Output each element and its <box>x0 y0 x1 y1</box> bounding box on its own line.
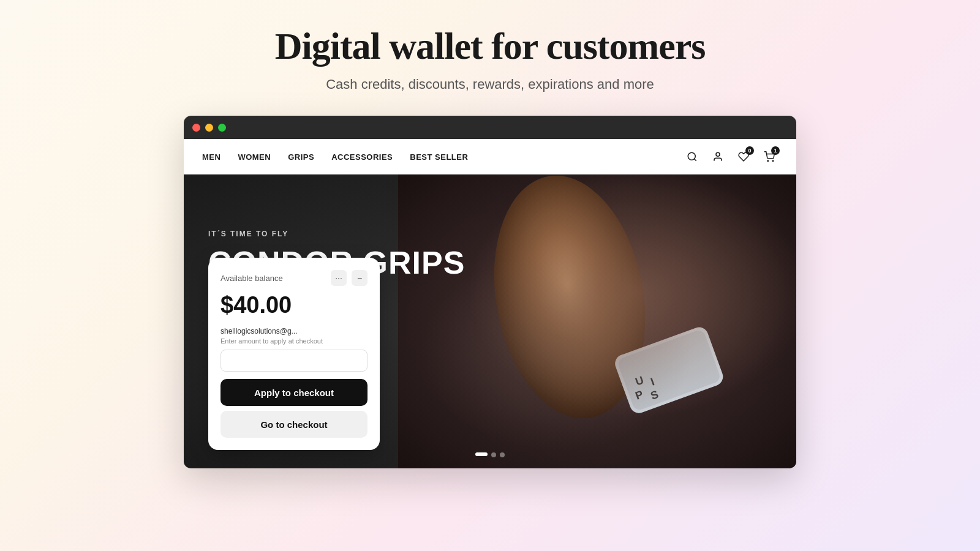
wallet-balance: $40.00 <box>221 292 368 318</box>
nav-item-grips[interactable]: GRIPS <box>288 151 314 162</box>
apply-to-checkout-button[interactable]: Apply to checkout <box>221 379 368 406</box>
wallet-header-actions: ··· − <box>331 270 368 286</box>
traffic-light-green[interactable] <box>218 124 226 132</box>
wallet-email: shelllogicsolutions@g... <box>221 327 368 335</box>
svg-point-1 <box>716 152 720 156</box>
cart-button[interactable]: 1 <box>761 148 778 165</box>
nav-item-best-seller[interactable]: BEST SELLER <box>410 151 468 162</box>
hero-section: U I P S IT´S TIME TO FLY CONDOR GRIPS Av… <box>184 174 796 468</box>
carousel-dots <box>475 452 505 457</box>
wallet-more-button[interactable]: ··· <box>331 270 347 286</box>
svg-rect-6 <box>612 324 726 416</box>
account-icon <box>712 151 723 162</box>
svg-point-5 <box>476 174 663 430</box>
cart-badge: 1 <box>771 146 780 155</box>
wallet-input-label: Enter amount to apply at checkout <box>221 337 368 345</box>
svg-point-3 <box>772 160 774 162</box>
wallet-minimize-button[interactable]: − <box>352 270 368 286</box>
carousel-dot-2[interactable] <box>491 452 496 457</box>
more-icon: ··· <box>335 273 342 283</box>
page-subheadline: Cash credits, discounts, rewards, expira… <box>326 77 654 92</box>
browser-window: MEN WOMEN GRIPS ACCESSORIES BEST SELLER … <box>184 116 796 468</box>
nav-item-accessories[interactable]: ACCESSORIES <box>331 151 393 162</box>
hero-image-placeholder: U I P S <box>398 174 796 468</box>
nav-item-women[interactable]: WOMEN <box>238 151 271 162</box>
wishlist-badge: 0 <box>745 146 754 155</box>
traffic-light-red[interactable] <box>192 124 200 132</box>
store-nav: MEN WOMEN GRIPS ACCESSORIES BEST SELLER … <box>184 139 796 174</box>
wallet-amount-input[interactable] <box>221 350 368 372</box>
hero-tagline: IT´S TIME TO FLY <box>208 230 465 238</box>
carousel-dot-1[interactable] <box>475 452 488 456</box>
wallet-card: Available balance ··· − $40.00 shelllogi… <box>208 258 380 450</box>
wallet-available-label: Available balance <box>221 274 283 283</box>
nav-icons: 0 1 <box>684 148 778 165</box>
search-button[interactable] <box>684 148 701 165</box>
nav-item-men[interactable]: MEN <box>202 151 221 162</box>
wishlist-button[interactable]: 0 <box>735 148 752 165</box>
traffic-light-yellow[interactable] <box>205 124 213 132</box>
go-to-checkout-button[interactable]: Go to checkout <box>221 411 368 438</box>
browser-titlebar <box>184 116 796 139</box>
carousel-dot-3[interactable] <box>500 452 505 457</box>
page-wrapper: Digital wallet for customers Cash credit… <box>0 0 980 551</box>
svg-rect-7 <box>616 329 722 412</box>
svg-text:S: S <box>649 388 660 402</box>
page-headline: Digital wallet for customers <box>275 24 706 68</box>
svg-rect-4 <box>398 174 796 468</box>
account-button[interactable] <box>709 148 726 165</box>
hero-image: U I P S <box>398 174 796 468</box>
svg-text:U: U <box>634 374 646 388</box>
wallet-card-header: Available balance ··· − <box>221 270 368 286</box>
svg-text:I: I <box>649 375 657 388</box>
svg-text:P: P <box>634 388 645 402</box>
minus-icon: − <box>357 273 362 283</box>
nav-links: MEN WOMEN GRIPS ACCESSORIES BEST SELLER <box>202 151 468 162</box>
svg-point-0 <box>688 152 695 160</box>
svg-point-2 <box>767 160 769 162</box>
search-icon <box>687 151 698 162</box>
